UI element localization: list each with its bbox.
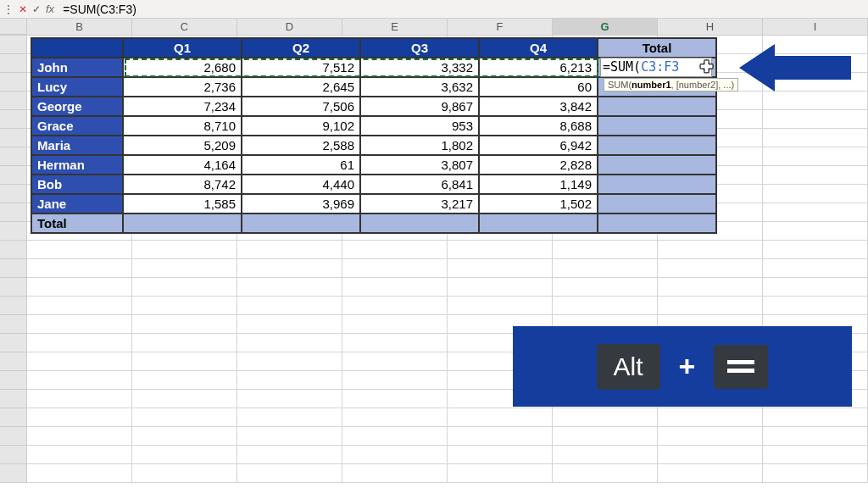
row-name[interactable]: Lucy — [31, 77, 123, 97]
cell[interactable]: 6,213 — [479, 58, 598, 77]
total-cell[interactable] — [598, 214, 716, 233]
col-header-G[interactable]: G — [553, 19, 658, 35]
plus-icon: + — [679, 350, 696, 383]
col-header-I[interactable]: I — [763, 19, 868, 35]
cell[interactable]: 3,842 — [479, 97, 598, 116]
col-header-q2[interactable]: Q2 — [242, 38, 360, 58]
cell[interactable]: 3,807 — [360, 155, 479, 175]
formula-range-ref: C3:F3 — [641, 59, 679, 75]
cell[interactable]: 4,440 — [242, 175, 360, 194]
cell[interactable]: 7,506 — [242, 97, 360, 116]
column-headers: BCDEFGHI — [0, 19, 868, 36]
cell[interactable]: 9,102 — [242, 116, 360, 136]
cell[interactable]: 6,942 — [479, 136, 598, 155]
function-tooltip: SUM(number1, [number2], ...) — [604, 78, 738, 92]
active-cell-formula[interactable]: =SUM(C3:F3 — [600, 58, 712, 77]
name-box-dropdown-icon[interactable]: ⋮ — [3, 3, 14, 15]
cell[interactable]: 1,149 — [479, 175, 598, 194]
row-name[interactable]: Jane — [31, 194, 123, 214]
total-cell[interactable] — [242, 214, 360, 233]
col-header-B[interactable]: B — [27, 19, 132, 35]
row-total-label[interactable]: Total — [31, 214, 123, 233]
cell[interactable]: 3,217 — [360, 194, 479, 214]
corner-header — [31, 38, 123, 58]
col-header-H[interactable]: H — [658, 19, 763, 35]
formula-prefix: =SUM( — [603, 59, 641, 75]
cell[interactable]: 60 — [479, 77, 598, 97]
tooltip-rest: , [number2], ...) — [671, 80, 735, 90]
cell[interactable]: 2,828 — [479, 155, 598, 175]
row-name[interactable]: Maria — [31, 136, 123, 155]
row-name[interactable]: George — [31, 97, 123, 116]
cell-total[interactable] — [598, 97, 716, 116]
col-header-total[interactable]: Total — [598, 38, 716, 58]
col-header-C[interactable]: C — [132, 19, 237, 35]
cell[interactable]: 1,502 — [479, 194, 598, 214]
row-name[interactable]: Grace — [31, 116, 123, 136]
tooltip-fn: SUM( — [608, 80, 632, 90]
col-header-q3[interactable]: Q3 — [360, 38, 479, 58]
formula-bar: ⋮ ✕ ✓ fx — [0, 0, 868, 19]
total-cell[interactable] — [360, 214, 479, 233]
alt-key: Alt — [597, 344, 660, 390]
col-header-F[interactable]: F — [448, 19, 553, 35]
cell[interactable]: 7,512 — [242, 58, 360, 77]
row-name[interactable]: Herman — [31, 155, 123, 175]
annotation-arrow — [775, 56, 851, 80]
shortcut-hint: Alt + — [513, 326, 852, 407]
cell[interactable]: 9,867 — [360, 97, 479, 116]
cell[interactable]: 2,736 — [123, 77, 242, 97]
cell[interactable]: 1,802 — [360, 136, 479, 155]
cell[interactable]: 2,680 — [123, 58, 242, 77]
row-name[interactable]: Bob — [31, 175, 123, 194]
cell-total[interactable] — [598, 116, 716, 136]
cell[interactable]: 7,234 — [123, 97, 242, 116]
col-header-q4[interactable]: Q4 — [479, 38, 598, 58]
row-name[interactable]: John — [31, 58, 123, 77]
total-cell[interactable] — [479, 214, 598, 233]
cancel-icon[interactable]: ✕ — [19, 3, 27, 15]
tooltip-arg1: number1 — [632, 80, 670, 90]
cell[interactable]: 2,645 — [242, 77, 360, 97]
cell[interactable]: 3,632 — [360, 77, 479, 97]
fx-label[interactable]: fx — [46, 3, 54, 15]
col-header-q1[interactable]: Q1 — [123, 38, 242, 58]
cell[interactable]: 3,332 — [360, 58, 479, 77]
cell[interactable]: 8,710 — [123, 116, 242, 136]
cell-total[interactable] — [598, 175, 716, 194]
cell[interactable]: 2,588 — [242, 136, 360, 155]
cell[interactable]: 6,841 — [360, 175, 479, 194]
select-all-corner[interactable] — [0, 19, 27, 35]
col-header-E[interactable]: E — [342, 19, 448, 35]
cell[interactable]: 5,209 — [123, 136, 242, 155]
cell[interactable]: 8,688 — [479, 116, 598, 136]
cell[interactable]: 61 — [242, 155, 360, 175]
enter-icon[interactable]: ✓ — [32, 3, 41, 15]
cell[interactable]: 8,742 — [123, 175, 242, 194]
cell[interactable]: 953 — [360, 116, 479, 136]
col-header-D[interactable]: D — [237, 19, 342, 35]
cell[interactable]: 4,164 — [123, 155, 242, 175]
cell-total[interactable] — [598, 136, 716, 155]
formula-input[interactable] — [59, 3, 865, 16]
cell[interactable]: 3,969 — [242, 194, 360, 214]
cell-total[interactable] — [598, 155, 716, 175]
equals-key — [714, 345, 768, 389]
cell-total[interactable] — [598, 194, 716, 214]
total-cell[interactable] — [123, 214, 242, 233]
cell-cursor-icon: ✚ — [700, 58, 713, 76]
cell[interactable]: 1,585 — [123, 194, 242, 214]
